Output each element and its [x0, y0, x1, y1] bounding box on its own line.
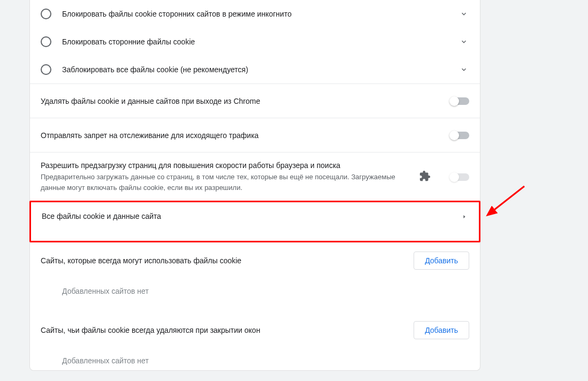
- chevron-down-icon[interactable]: [459, 9, 469, 19]
- row-clear-on-exit[interactable]: Удалять файлы cookie и данные сайтов при…: [30, 84, 480, 118]
- radio-icon: [41, 64, 51, 75]
- row-preload[interactable]: Разрешить предзагрузку страниц для повыш…: [30, 153, 480, 201]
- section-clear-on-close: Сайты, чьи файлы cookie всегда удаляются…: [30, 311, 480, 349]
- chevron-down-icon[interactable]: [459, 64, 469, 75]
- section-allow-cookies: Сайты, которые всегда могут использовать…: [30, 242, 480, 279]
- radio-block-all[interactable]: Заблокировать все файлы cookie (не реком…: [30, 56, 480, 84]
- empty-state-text: Добавленных сайтов нет: [30, 349, 480, 370]
- chevron-right-icon: [462, 212, 468, 218]
- svg-line-0: [492, 186, 524, 211]
- annotation-arrow: [484, 182, 532, 219]
- row-label: Все файлы cookie и данные сайта: [42, 212, 462, 220]
- empty-state-text: Добавленных сайтов нет: [30, 279, 480, 311]
- radio-label: Заблокировать все файлы cookie (не реком…: [62, 65, 452, 74]
- radio-label: Блокировать файлы cookie сторонних сайто…: [62, 10, 452, 18]
- row-label: Разрешить предзагрузку страниц для повыш…: [41, 161, 413, 170]
- add-button[interactable]: Добавить: [414, 321, 469, 339]
- toggle-switch[interactable]: [450, 132, 469, 139]
- toggle-switch[interactable]: [450, 97, 469, 105]
- cookie-settings-card: Блокировать файлы cookie сторонних сайто…: [29, 0, 480, 371]
- row-label: Отправлять запрет на отслеживание для ис…: [41, 131, 444, 140]
- chevron-down-icon[interactable]: [459, 36, 469, 47]
- radio-label: Блокировать сторонние файлы cookie: [62, 37, 452, 46]
- extension-icon: [419, 170, 431, 184]
- radio-block-3p-incognito[interactable]: Блокировать файлы cookie сторонних сайто…: [30, 0, 480, 28]
- radio-icon: [41, 36, 51, 47]
- row-label: Удалять файлы cookie и данные сайтов при…: [41, 97, 444, 105]
- section-title: Сайты, которые всегда могут использовать…: [41, 256, 414, 265]
- add-button[interactable]: Добавить: [414, 252, 469, 270]
- row-sublabel: Предварительно загружать данные со стран…: [41, 172, 413, 193]
- row-all-cookies-data[interactable]: Все файлы cookie и данные сайта: [29, 201, 480, 242]
- section-title: Сайты, чьи файлы cookie всегда удаляются…: [41, 326, 414, 334]
- toggle-switch: [450, 173, 469, 181]
- radio-icon: [41, 9, 51, 19]
- row-do-not-track[interactable]: Отправлять запрет на отслеживание для ис…: [30, 118, 480, 153]
- radio-block-3p[interactable]: Блокировать сторонние файлы cookie: [30, 28, 480, 56]
